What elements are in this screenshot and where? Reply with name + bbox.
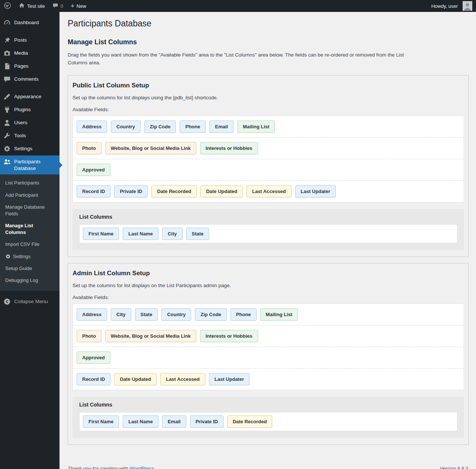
field-chip-date-updated[interactable]: Date Updated — [200, 185, 243, 197]
sidebar-item-dashboard[interactable]: Dashboard — [0, 16, 60, 29]
field-chip-zip-code[interactable]: Zip Code — [144, 121, 176, 133]
sidebar-item-settings[interactable]: Settings — [0, 142, 60, 155]
sidebar-item-appearance[interactable]: Appearance — [0, 90, 60, 103]
sidebar-item-label: Plugins — [14, 106, 31, 113]
field-chip-email[interactable]: Email — [162, 415, 186, 428]
sidebar-item-users[interactable]: Users — [0, 116, 60, 129]
menu-separator — [0, 29, 60, 34]
field-chip-photo[interactable]: Photo — [77, 142, 102, 154]
field-chip-photo[interactable]: Photo — [77, 330, 102, 342]
wrench-icon — [3, 132, 11, 139]
sidebar-item-label: Participants Database — [14, 158, 57, 171]
field-chip-date-recorded[interactable]: Date Recorded — [151, 185, 197, 197]
plus-icon: + — [71, 3, 74, 9]
field-chip-phone[interactable]: Phone — [231, 308, 257, 321]
field-chip-state[interactable]: State — [135, 308, 158, 321]
menu-separator — [0, 86, 60, 90]
submenu-item-label: List Participants — [5, 180, 39, 186]
sidebar-item-participants-database[interactable]: Participants Database — [0, 155, 60, 174]
sidebar-item-pages[interactable]: Pages — [0, 60, 60, 73]
gear-icon — [3, 145, 11, 152]
sidebar-item-label: Settings — [14, 145, 32, 152]
field-chip-website-blog-or-social-media-link[interactable]: Website, Blog or Social Media Link — [105, 330, 196, 342]
field-chip-mailing-list[interactable]: Mailing List — [260, 308, 298, 321]
field-chip-record-id[interactable]: Record ID — [77, 185, 110, 197]
howdy-text: Howdy, user — [431, 3, 458, 9]
submenu-item-manage-list-columns[interactable]: Manage List Columns — [0, 220, 60, 238]
wordpress-logo-icon — [4, 2, 11, 10]
page-title: Participants Database — [68, 16, 469, 30]
field-chip-phone[interactable]: Phone — [180, 121, 206, 133]
submenu-item-setup-guide[interactable]: Setup Guide — [0, 263, 60, 274]
available-fields-label: Available Fields: — [73, 107, 464, 112]
new-content-button[interactable]: + New — [67, 0, 90, 12]
field-chip-website-blog-or-social-media-link[interactable]: Website, Blog or Social Media Link — [105, 142, 196, 154]
groups-icon — [3, 158, 11, 166]
submenu-item-list-participants[interactable]: List Participants — [0, 177, 60, 189]
footer: Thank you for creating with WordPress. V… — [68, 466, 469, 469]
field-chip-first-name[interactable]: First Name — [83, 415, 119, 428]
collapse-menu-label: Collapse Menu — [14, 298, 48, 305]
available-fields-row: AddressCityStateCountryZip CodePhoneMail… — [73, 304, 464, 325]
plug-icon — [3, 106, 11, 113]
field-chip-last-name[interactable]: Last Name — [123, 415, 158, 428]
field-chip-zip-code[interactable]: Zip Code — [195, 308, 227, 321]
sidebar-item-label: Posts — [14, 37, 27, 44]
field-chip-interests-or-hobbies[interactable]: Interests or Hobbies — [200, 330, 258, 342]
submenu-item-manage-database-fields[interactable]: Manage Database Fields — [0, 201, 60, 220]
sidebar-item-posts[interactable]: Posts — [0, 34, 60, 47]
field-chip-last-updater[interactable]: Last Updater — [295, 185, 336, 197]
submenu-item-import-csv-file[interactable]: Import CSV File — [0, 238, 60, 250]
sidebar-item-plugins[interactable]: Plugins — [0, 103, 60, 116]
wordpress-logo[interactable] — [0, 0, 15, 12]
field-chip-private-id[interactable]: Private ID — [114, 185, 148, 197]
field-chip-private-id[interactable]: Private ID — [190, 415, 223, 428]
field-chip-email[interactable]: Email — [209, 121, 234, 133]
field-chip-last-accessed[interactable]: Last Accessed — [247, 185, 292, 197]
footer-thanks: Thank you for creating with WordPress. — [68, 466, 155, 469]
sidebar-item-comments[interactable]: Comments — [0, 73, 60, 86]
field-chip-state[interactable]: State — [186, 228, 209, 240]
collapse-menu-button[interactable]: Collapse Menu — [0, 295, 60, 308]
field-chip-country[interactable]: Country — [161, 308, 191, 321]
submenu-item-debugging-log[interactable]: Debugging Log — [0, 274, 60, 286]
field-chip-record-id[interactable]: Record ID — [77, 373, 110, 385]
field-chip-interests-or-hobbies[interactable]: Interests or Hobbies — [200, 142, 258, 154]
available-fields-row: Approved — [73, 159, 464, 181]
field-chip-last-name[interactable]: Last Name — [123, 228, 158, 240]
available-fields-row: PhotoWebsite, Blog or Social Media LinkI… — [73, 325, 464, 347]
collapse-icon — [3, 298, 11, 305]
field-chip-city[interactable]: City — [162, 228, 183, 240]
panel-subtitle: Set up the columns for list displays usi… — [73, 95, 464, 100]
sidebar-item-tools[interactable]: Tools — [0, 129, 60, 142]
field-chip-city[interactable]: City — [111, 308, 131, 321]
field-chip-address[interactable]: Address — [77, 121, 107, 133]
submenu-item-label: Import CSV File — [5, 241, 39, 248]
field-chip-first-name[interactable]: First Name — [83, 228, 119, 240]
camera-icon — [3, 49, 11, 57]
submenu-item-settings[interactable]: Settings — [0, 251, 60, 263]
field-chip-last-updater[interactable]: Last Updater — [209, 373, 250, 385]
field-chip-approved[interactable]: Approved — [77, 351, 110, 364]
available-fields-area: AddressCityStateCountryZip CodePhoneMail… — [73, 303, 464, 390]
list-columns-strip[interactable]: First NameLast NameCityState — [79, 224, 457, 243]
site-name-link[interactable]: Test site — [15, 0, 49, 12]
list-columns-area: List Columns First NameLast NameCityStat… — [73, 209, 464, 250]
field-chip-mailing-list[interactable]: Mailing List — [237, 121, 275, 133]
submenu-item-add-participant[interactable]: Add Participant — [0, 189, 60, 201]
comments-shortcut[interactable]: 0 — [49, 0, 67, 12]
field-chip-date-recorded[interactable]: Date Recorded — [227, 415, 273, 428]
sidebar-item-label: Media — [14, 50, 28, 57]
field-chip-country[interactable]: Country — [111, 121, 141, 133]
footer-period: . — [154, 466, 156, 469]
list-columns-label: List Columns — [79, 402, 457, 408]
field-chip-date-updated[interactable]: Date Updated — [114, 373, 157, 385]
account-menu[interactable]: Howdy, user — [428, 0, 476, 12]
field-chip-address[interactable]: Address — [77, 308, 107, 321]
wordpress-link[interactable]: WordPress — [129, 466, 154, 469]
field-chip-approved[interactable]: Approved — [77, 164, 110, 176]
list-columns-strip[interactable]: First NameLast NameEmailPrivate IDDate R… — [79, 412, 457, 431]
sidebar-item-label: Dashboard — [14, 19, 39, 26]
sidebar-item-media[interactable]: Media — [0, 47, 60, 60]
field-chip-last-accessed[interactable]: Last Accessed — [160, 373, 205, 385]
